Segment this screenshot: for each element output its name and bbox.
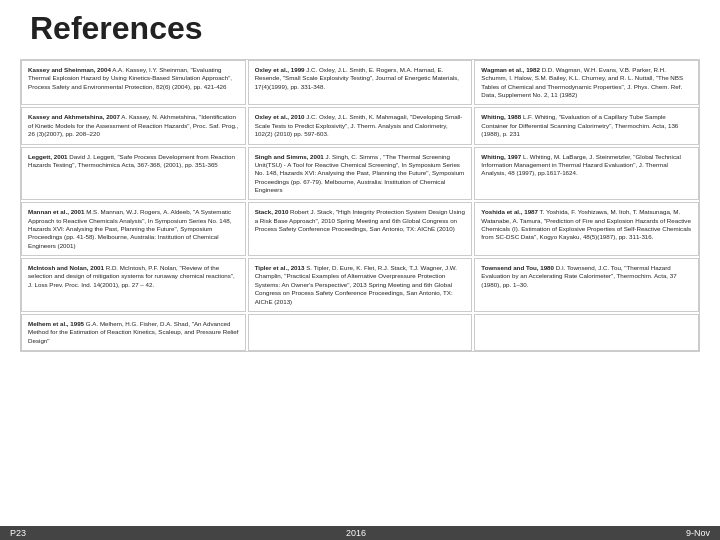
ref-cell: Mannan et al., 2001 M.S. Mannan, W.J. Ro…	[21, 202, 246, 256]
date: 9-Nov	[686, 528, 710, 538]
ref-cell: Tipler et al., 2013 S. Tipler, D. Eure, …	[248, 258, 473, 312]
ref-cell: Kassey and Sheinman, 2004 A.A. Kassey, I…	[21, 60, 246, 105]
references-grid: Kassey and Sheinman, 2004 A.A. Kassey, I…	[20, 59, 700, 352]
ref-cell: Wagman et al., 1982 D.D. Wagman, W.H. Ev…	[474, 60, 699, 105]
ref-author: Tipler et al., 2013	[255, 264, 305, 271]
ref-cell: Townsend and Tou, 1980 D.I. Townsend, J.…	[474, 258, 699, 312]
ref-cell	[248, 314, 473, 351]
ref-cell: Oxley et al., 1999 J.C. Oxley, J.L. Smit…	[248, 60, 473, 105]
year: 2016	[346, 528, 366, 538]
ref-author: Kassey and Akhmetshina, 2007	[28, 113, 120, 120]
ref-author: Mannan et al., 2001	[28, 208, 84, 215]
ref-cell: Oxley et al., 2010 J.C. Oxley, J.L. Smit…	[248, 107, 473, 144]
ref-author: Whiting, 1997	[481, 153, 521, 160]
ref-author: Wagman et al., 1982	[481, 66, 540, 73]
ref-cell	[474, 314, 699, 351]
page-title: References	[30, 10, 700, 47]
ref-author: Singh and Simms, 2001	[255, 153, 324, 160]
ref-author: Townsend and Tou, 1980	[481, 264, 554, 271]
ref-author: Oxley et al., 2010	[255, 113, 305, 120]
ref-cell: Whiting, 1988 L.F. Whiting, "Evaluation …	[474, 107, 699, 144]
page-number: P23	[10, 528, 26, 538]
page-container: References Kassey and Sheinman, 2004 A.A…	[0, 0, 720, 540]
ref-cell: Melhem et al., 1995 G.A. Melhem, H.G. Fi…	[21, 314, 246, 351]
ref-author: Kassey and Sheinman, 2004	[28, 66, 111, 73]
ref-cell: Whiting, 1997 L. Whiting, M. LaBarge, J.…	[474, 147, 699, 201]
ref-author: Stack, 2010	[255, 208, 289, 215]
ref-author: Yoshida et al., 1987	[481, 208, 538, 215]
ref-author: Leggett, 2001	[28, 153, 68, 160]
ref-author: Oxley et al., 1999	[255, 66, 305, 73]
bottom-bar: P23 2016 9-Nov	[0, 526, 720, 540]
ref-cell: Yoshida et al., 1987 T. Yoshida, F. Yosh…	[474, 202, 699, 256]
ref-cell: Kassey and Akhmetshina, 2007 A. Kassey, …	[21, 107, 246, 144]
ref-author: Melhem et al., 1995	[28, 320, 84, 327]
ref-author: Whiting, 1988	[481, 113, 521, 120]
ref-cell: McIntosh and Nolan, 2001 R.D. McIntosh, …	[21, 258, 246, 312]
ref-cell: Singh and Simms, 2001 J. Singh, C. Simms…	[248, 147, 473, 201]
ref-cell: Stack, 2010 Robert J. Stack, "High Integ…	[248, 202, 473, 256]
ref-cell: Leggett, 2001 David J. Leggett, "Safe Pr…	[21, 147, 246, 201]
ref-author: McIntosh and Nolan, 2001	[28, 264, 104, 271]
